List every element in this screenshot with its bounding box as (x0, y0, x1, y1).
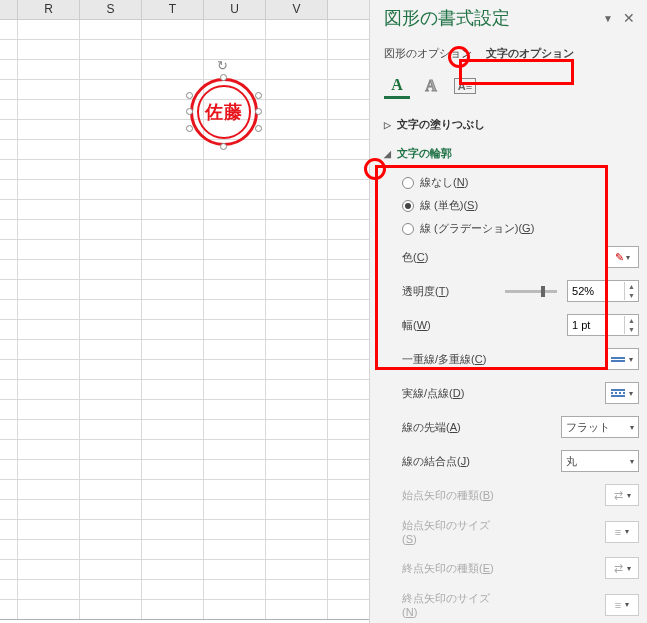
compound-line-icon (611, 357, 625, 362)
tab-text-options[interactable]: 文字のオプション (486, 44, 574, 63)
col-header-gap (0, 0, 18, 19)
dash-line-icon (611, 389, 625, 397)
resize-handle[interactable] (186, 125, 193, 132)
stamp-outer-circle: 佐藤 (190, 78, 258, 146)
column-headers: R S T U V (0, 0, 369, 20)
chevron-down-icon: ▾ (625, 600, 629, 609)
spin-up-icon[interactable]: ▲ (625, 282, 638, 291)
chevron-down-icon: ▾ (630, 457, 634, 466)
prop-dash: 実線/点線(D) ▾ (402, 376, 639, 410)
stamp-text: 佐藤 (205, 102, 243, 122)
spreadsheet-area[interactable]: R S T U V ↻ 佐藤 (0, 0, 370, 623)
radio-icon (402, 200, 414, 212)
col-header[interactable]: T (142, 0, 204, 19)
transparency-input[interactable] (568, 285, 624, 297)
col-header[interactable]: R (18, 0, 80, 19)
cap-type-combo[interactable]: フラット▾ (561, 416, 639, 438)
dash-type-combo[interactable]: ▾ (605, 382, 639, 404)
pane-tabs: 図形のオプション 文字のオプション (384, 44, 639, 63)
end-arrow-size-combo: ≡▾ (605, 594, 639, 616)
section-label: 文字の塗りつぶし (397, 117, 485, 132)
arrow-type-icon: ⇄ (614, 562, 623, 575)
cell-grid[interactable] (0, 20, 369, 623)
col-header[interactable]: S (80, 0, 142, 19)
resize-handle[interactable] (255, 125, 262, 132)
chevron-down-icon: ▾ (629, 355, 633, 364)
section-text-fill[interactable]: ▷ 文字の塗りつぶし (384, 113, 639, 136)
collapse-icon: ◢ (384, 149, 391, 159)
rotate-handle-icon[interactable]: ↻ (217, 58, 231, 72)
prop-begin-arrow-type: 始点矢印の種類(B) ⇄▾ (402, 478, 639, 512)
prop-begin-arrow-size: 始点矢印のサイズ(S) ≡▾ (402, 512, 639, 551)
chevron-down-icon: ▾ (627, 564, 631, 573)
resize-handle[interactable] (255, 92, 262, 99)
pane-options-dropdown-icon[interactable]: ▼ (597, 13, 619, 24)
stamp-inner-circle: 佐藤 (197, 85, 251, 139)
prop-end-arrow-type: 終点矢印の種類(E) ⇄▾ (402, 551, 639, 585)
text-fill-outline-tab[interactable]: A (384, 73, 410, 99)
letter-a-fill-icon: A (391, 76, 403, 94)
letter-a-box-icon: A≡ (454, 78, 476, 94)
text-box-tab[interactable]: A≡ (452, 73, 478, 99)
category-icons: A A A≡ (384, 73, 639, 99)
radio-icon (402, 223, 414, 235)
width-input[interactable] (568, 319, 624, 331)
col-header[interactable]: V (266, 0, 328, 19)
begin-arrow-size-combo: ≡▾ (605, 521, 639, 543)
format-shape-pane: 図形の書式設定 ▼ ✕ 図形のオプション 文字のオプション A A A≡ ▷ 文… (370, 0, 647, 623)
transparency-slider[interactable] (505, 290, 557, 293)
transparency-spinner[interactable]: ▲▼ (567, 280, 639, 302)
prop-join: 線の結合点(J) 丸▾ (402, 444, 639, 478)
prop-transparency: 透明度(T) ▲▼ (402, 274, 639, 308)
arrow-type-icon: ⇄ (614, 489, 623, 502)
color-picker-button[interactable]: ✎ ▾ (605, 246, 639, 268)
resize-handle[interactable] (186, 108, 193, 115)
expand-icon: ▷ (384, 120, 391, 130)
chevron-down-icon: ▾ (627, 491, 631, 500)
prop-compound: 一重線/多重線(C) ▾ (402, 342, 639, 376)
text-effects-tab[interactable]: A (418, 73, 444, 99)
arrow-size-icon: ≡ (615, 526, 621, 538)
radio-no-line[interactable]: 線なし(N) (402, 171, 639, 194)
chevron-down-icon: ▾ (625, 527, 629, 536)
section-text-outline[interactable]: ◢ 文字の輪郭 (384, 142, 639, 165)
resize-handle[interactable] (186, 92, 193, 99)
chevron-down-icon: ▾ (629, 389, 633, 398)
arrow-size-icon: ≡ (615, 599, 621, 611)
end-arrow-type-combo: ⇄▾ (605, 557, 639, 579)
prop-width: 幅(W) ▲▼ (402, 308, 639, 342)
letter-a-outline-icon: A (425, 77, 437, 95)
width-spinner[interactable]: ▲▼ (567, 314, 639, 336)
prop-end-arrow-size: 終点矢印のサイズ(N) ≡▾ (402, 585, 639, 623)
join-type-combo[interactable]: 丸▾ (561, 450, 639, 472)
chevron-down-icon: ▾ (626, 253, 630, 262)
begin-arrow-type-combo: ⇄▾ (605, 484, 639, 506)
prop-cap: 線の先端(A) フラット▾ (402, 410, 639, 444)
spin-up-icon[interactable]: ▲ (625, 316, 638, 325)
spin-down-icon[interactable]: ▼ (625, 291, 638, 300)
pane-title: 図形の書式設定 (384, 6, 585, 30)
selected-shape[interactable]: ↻ 佐藤 (190, 78, 258, 146)
prop-color: 色(C) ✎ ▾ (402, 240, 639, 274)
resize-handle[interactable] (220, 143, 227, 150)
resize-handle[interactable] (255, 108, 262, 115)
radio-gradient-line[interactable]: 線 (グラデーション)(G) (402, 217, 639, 240)
section-label: 文字の輪郭 (397, 146, 452, 161)
tab-shape-options[interactable]: 図形のオプション (384, 44, 472, 63)
resize-handle[interactable] (220, 74, 227, 81)
col-header[interactable]: U (204, 0, 266, 19)
pen-icon: ✎ (615, 251, 624, 264)
spin-down-icon[interactable]: ▼ (625, 325, 638, 334)
radio-solid-line[interactable]: 線 (単色)(S) (402, 194, 639, 217)
radio-icon (402, 177, 414, 189)
chevron-down-icon: ▾ (630, 423, 634, 432)
close-icon[interactable]: ✕ (619, 10, 639, 26)
compound-line-combo[interactable]: ▾ (605, 348, 639, 370)
